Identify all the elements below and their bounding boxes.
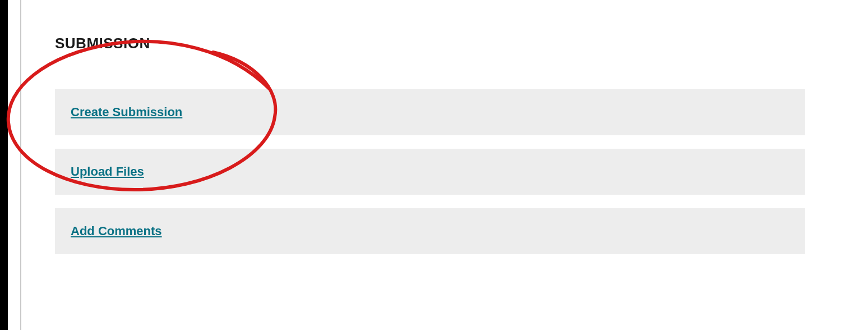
upload-files-link[interactable]: Upload Files (71, 164, 144, 178)
link-row-create-submission: Create Submission (55, 89, 805, 135)
vertical-divider (20, 0, 21, 330)
submission-section: SUBMISSION Create Submission Upload File… (55, 35, 813, 268)
add-comments-link[interactable]: Add Comments (71, 224, 162, 238)
left-edge-border (0, 0, 8, 330)
link-row-upload-files: Upload Files (55, 149, 805, 195)
create-submission-link[interactable]: Create Submission (71, 105, 182, 119)
link-row-add-comments: Add Comments (55, 208, 805, 254)
section-heading-submission: SUBMISSION (55, 35, 813, 52)
